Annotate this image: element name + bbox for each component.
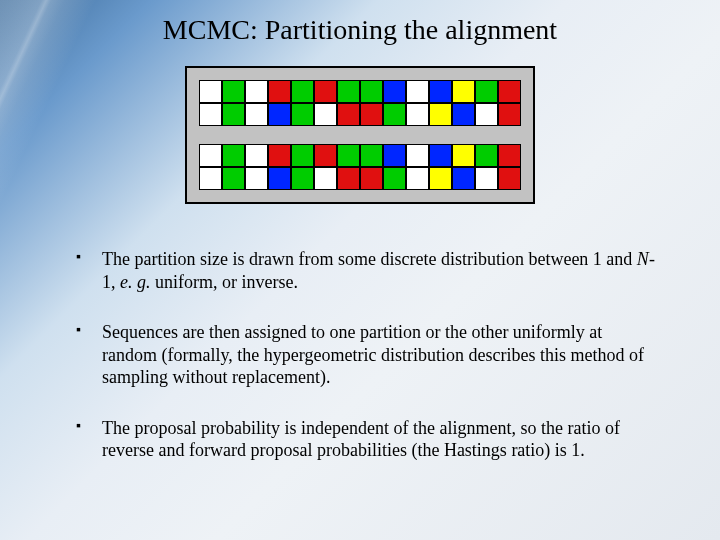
alignment-cell bbox=[475, 144, 498, 167]
alignment-cell bbox=[383, 80, 406, 103]
alignment-cell bbox=[199, 167, 222, 190]
alignment-cell bbox=[452, 167, 475, 190]
bullet-text: The proposal probability is independent … bbox=[102, 418, 620, 461]
alignment-cell bbox=[199, 103, 222, 126]
alignment-cell bbox=[452, 103, 475, 126]
alignment-cell bbox=[291, 80, 314, 103]
alignment-cell bbox=[406, 144, 429, 167]
alignment-cell bbox=[199, 144, 222, 167]
alignment-cell bbox=[452, 80, 475, 103]
alignment-cell bbox=[475, 167, 498, 190]
alignment-cell bbox=[360, 144, 383, 167]
alignment-cell bbox=[245, 167, 268, 190]
alignment-cell bbox=[498, 144, 521, 167]
alignment-cell bbox=[429, 144, 452, 167]
alignment-cell bbox=[314, 103, 337, 126]
alignment-cell bbox=[314, 144, 337, 167]
bullet-text: uniform, or inverse. bbox=[151, 272, 298, 292]
bullet-item-3: The proposal probability is independent … bbox=[76, 417, 660, 462]
alignment-cell bbox=[268, 144, 291, 167]
bullet-text: The partition size is drawn from some di… bbox=[102, 249, 637, 269]
alignment-cell bbox=[498, 103, 521, 126]
alignment-cell bbox=[337, 144, 360, 167]
alignment-cell bbox=[406, 103, 429, 126]
alignment-cell bbox=[406, 167, 429, 190]
alignment-cell bbox=[498, 167, 521, 190]
alignment-cell bbox=[383, 144, 406, 167]
alignment-cell bbox=[222, 103, 245, 126]
alignment-row bbox=[199, 80, 521, 103]
alignment-cell bbox=[268, 167, 291, 190]
alignment-row bbox=[199, 103, 521, 126]
bullet-text: Sequences are then assigned to one parti… bbox=[102, 322, 644, 387]
alignment-cell bbox=[291, 103, 314, 126]
alignment-cell bbox=[222, 167, 245, 190]
alignment-block-1 bbox=[199, 80, 521, 126]
alignment-cell bbox=[268, 103, 291, 126]
alignment-cell bbox=[222, 144, 245, 167]
alignment-cell bbox=[222, 80, 245, 103]
alignment-cell bbox=[245, 144, 268, 167]
alignment-cell bbox=[291, 144, 314, 167]
alignment-cell bbox=[245, 103, 268, 126]
italic-N: N bbox=[637, 249, 649, 269]
alignment-cell bbox=[291, 167, 314, 190]
alignment-cell bbox=[268, 80, 291, 103]
alignment-cell bbox=[245, 80, 268, 103]
alignment-cell bbox=[337, 103, 360, 126]
italic-eg: e. g. bbox=[120, 272, 151, 292]
alignment-cell bbox=[475, 103, 498, 126]
alignment-cell bbox=[360, 167, 383, 190]
alignment-cell bbox=[383, 103, 406, 126]
alignment-cell bbox=[314, 167, 337, 190]
alignment-cell bbox=[337, 80, 360, 103]
alignment-cell bbox=[429, 80, 452, 103]
alignment-figure bbox=[185, 66, 535, 204]
alignment-cell bbox=[314, 80, 337, 103]
bullet-item-1: The partition size is drawn from some di… bbox=[76, 248, 660, 293]
bullet-list: The partition size is drawn from some di… bbox=[76, 248, 660, 490]
alignment-cell bbox=[429, 103, 452, 126]
bullet-item-2: Sequences are then assigned to one parti… bbox=[76, 321, 660, 389]
alignment-cell bbox=[337, 167, 360, 190]
alignment-cell bbox=[360, 80, 383, 103]
alignment-cell bbox=[360, 103, 383, 126]
alignment-row bbox=[199, 144, 521, 167]
alignment-block-2 bbox=[199, 144, 521, 190]
alignment-cell bbox=[452, 144, 475, 167]
alignment-cell bbox=[429, 167, 452, 190]
alignment-cell bbox=[498, 80, 521, 103]
page-title: MCMC: Partitioning the alignment bbox=[0, 14, 720, 46]
alignment-cell bbox=[406, 80, 429, 103]
alignment-cell bbox=[199, 80, 222, 103]
alignment-row bbox=[199, 167, 521, 190]
alignment-cell bbox=[383, 167, 406, 190]
alignment-cell bbox=[475, 80, 498, 103]
